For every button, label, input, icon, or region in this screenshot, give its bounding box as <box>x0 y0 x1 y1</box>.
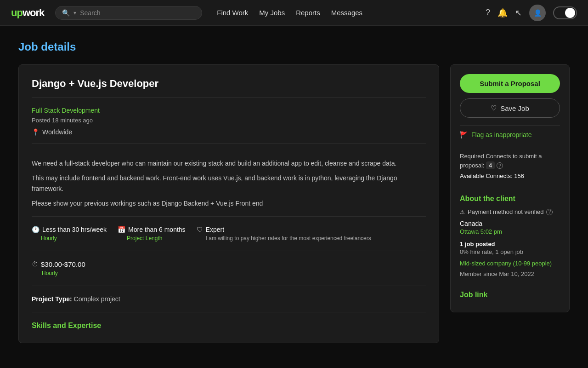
duration-label: More than 6 months <box>128 226 186 233</box>
help-icon[interactable]: ? <box>486 8 490 17</box>
submit-proposal-button[interactable]: Submit a Proposal <box>460 74 560 93</box>
job-detail-duration: 📅 More than 6 months Project Length <box>118 226 186 242</box>
save-job-label: Save Job <box>500 104 529 112</box>
shield-icon: 🛡 <box>197 226 203 233</box>
project-type-value: Complex project <box>74 295 120 303</box>
job-link-section: Job link <box>460 285 560 299</box>
main-nav: Find Work My Jobs Reports Messages <box>217 9 362 17</box>
flag-icon: 🚩 <box>460 131 468 138</box>
search-bar[interactable]: 🔍 ▾ <box>55 6 202 20</box>
budget-header: ⏱ $30.00-$70.00 <box>32 260 426 268</box>
project-type-label: Project Type: <box>32 295 72 303</box>
payment-icon: ⚠ <box>460 209 465 215</box>
job-posted: Posted 18 minutes ago <box>32 117 426 124</box>
connects-help-icon[interactable]: ? <box>497 162 503 169</box>
payment-help-icon[interactable]: ? <box>546 209 553 215</box>
duration-header: 📅 More than 6 months <box>118 226 186 233</box>
about-client-section: About the client ⚠ Payment method not ve… <box>460 187 560 277</box>
job-title: Django + Vue.js Developer <box>32 78 426 98</box>
job-desc-p3: Please show your previous workings such … <box>32 198 426 208</box>
client-country: Canada <box>460 220 560 227</box>
job-layout: Django + Vue.js Developer Full Stack Dev… <box>18 64 570 343</box>
save-job-button[interactable]: ♡ Save Job <box>460 98 560 118</box>
level-header: 🛡 Expert <box>197 226 371 233</box>
hours-sublabel: Hourly <box>32 235 107 242</box>
payment-status: ⚠ Payment method not verified ? <box>460 208 560 215</box>
heart-icon: ♡ <box>491 104 497 112</box>
connects-required-text: Required Connects to submit a proposal: … <box>460 152 560 170</box>
job-description: We need a full-stack developer who can m… <box>32 151 426 217</box>
project-type: Project Type: Complex project <box>32 286 426 312</box>
cursor-icon[interactable]: ↖ <box>515 8 522 18</box>
client-size: Mid-sized company (10-99 people) <box>460 260 560 267</box>
job-detail-level: 🛡 Expert I am willing to pay higher rate… <box>197 226 371 242</box>
location-icon: 📍 <box>32 128 40 136</box>
client-hire-rate: 0% hire rate, 1 open job <box>460 248 560 255</box>
search-dropdown-icon[interactable]: ▾ <box>74 10 76 16</box>
flag-label: Flag as inappropriate <box>471 131 532 138</box>
flag-link[interactable]: 🚩 Flag as inappropriate <box>460 131 560 138</box>
dark-mode-toggle[interactable] <box>553 6 577 19</box>
nav-find-work[interactable]: Find Work <box>217 9 248 17</box>
divider-1 <box>460 125 560 126</box>
connects-section: Required Connects to submit a proposal: … <box>460 152 560 179</box>
available-connects: Available Connects: 156 <box>460 172 560 179</box>
client-jobs-posted: 1 job posted <box>460 241 560 247</box>
toggle-knob <box>565 8 575 18</box>
search-icon: 🔍 <box>62 9 70 17</box>
calendar-icon: 📅 <box>118 226 125 233</box>
hours-header: 🕐 Less than 30 hrs/week <box>32 226 107 233</box>
notifications-icon[interactable]: 🔔 <box>498 8 508 18</box>
budget-type: Hourly <box>32 270 426 276</box>
budget-icon: ⏱ <box>32 260 38 268</box>
avatar[interactable]: 👤 <box>529 5 546 21</box>
job-meta: Full Stack Development Posted 18 minutes… <box>32 107 426 144</box>
nav-messages[interactable]: Messages <box>331 9 362 17</box>
job-main-panel: Django + Vue.js Developer Full Stack Dev… <box>18 64 439 343</box>
job-budget: ⏱ $30.00-$70.00 Hourly <box>32 251 426 286</box>
job-category[interactable]: Full Stack Development <box>32 107 426 114</box>
navbar: upwork 🔍 ▾ Find Work My Jobs Reports Mes… <box>0 0 588 26</box>
clock-icon: 🕐 <box>32 226 40 233</box>
job-location: 📍 Worldwide <box>32 128 426 136</box>
page-title: Job details <box>18 40 570 53</box>
job-detail-hours: 🕐 Less than 30 hrs/week Hourly <box>32 226 107 242</box>
job-link-title: Job link <box>460 291 560 299</box>
budget-amount: $30.00-$70.00 <box>41 260 85 268</box>
connects-count: 4 <box>486 161 495 169</box>
job-details-grid: 🕐 Less than 30 hrs/week Hourly 📅 More th… <box>32 217 426 251</box>
skills-title: Skills and Expertise <box>32 322 426 330</box>
client-time: Ottawa 5:02 pm <box>460 228 560 235</box>
sidebar-card: Submit a Proposal ♡ Save Job 🚩 Flag as i… <box>450 64 570 312</box>
job-sidebar: Submit a Proposal ♡ Save Job 🚩 Flag as i… <box>450 64 570 312</box>
main-content: Job details Django + Vue.js Developer Fu… <box>0 26 588 358</box>
client-member-since: Member since Mar 10, 2022 <box>460 270 560 277</box>
nav-reports[interactable]: Reports <box>296 9 320 17</box>
skills-section: Skills and Expertise <box>32 312 426 330</box>
logo[interactable]: upwork <box>11 7 44 19</box>
divider-2 <box>460 146 560 146</box>
job-desc-p2: This may include frontend and backend wo… <box>32 173 426 194</box>
available-count: 156 <box>514 172 524 179</box>
payment-status-text: Payment method not verified <box>468 208 543 215</box>
location-text: Worldwide <box>42 128 72 136</box>
hours-label: Less than 30 hrs/week <box>42 226 107 233</box>
duration-sublabel: Project Length <box>118 235 186 242</box>
search-input[interactable] <box>80 9 195 17</box>
level-label: Expert <box>206 226 224 233</box>
nav-my-jobs[interactable]: My Jobs <box>259 9 285 17</box>
job-desc-p1: We need a full-stack developer who can m… <box>32 158 426 168</box>
navbar-actions: ? 🔔 ↖ 👤 <box>486 5 577 21</box>
level-sublabel: I am willing to pay higher rates for the… <box>197 235 371 242</box>
about-client-title: About the client <box>460 195 560 203</box>
